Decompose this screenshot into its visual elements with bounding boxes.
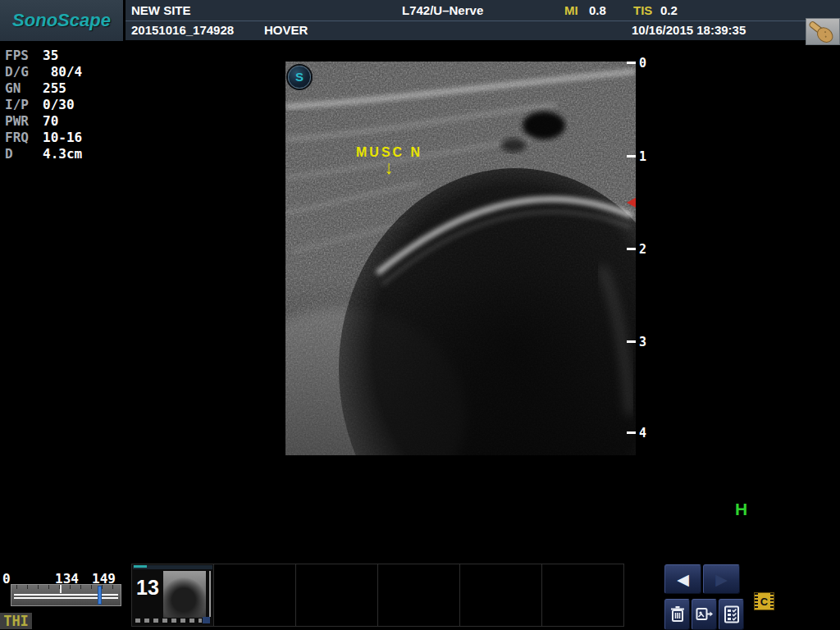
ruler-label-3: 3 <box>639 335 646 349</box>
transducer-name: L742/U–Nerve <box>402 3 483 17</box>
thumbnail-strip: 13 <box>131 564 624 627</box>
mi-value: 0.8 <box>589 3 606 17</box>
ruler-label-1: 1 <box>639 149 646 164</box>
mi-label: MI <box>564 3 578 17</box>
site-name: NEW SITE <box>131 3 191 17</box>
header-row-2: 20151016_174928 HOVER 10/16/2015 18:39:3… <box>126 21 840 40</box>
film-sprocket-icon <box>770 593 774 609</box>
grayscale-curve-bar[interactable] <box>11 584 121 606</box>
param-frq: FRQ 10-16 <box>5 130 82 146</box>
tis-value: 0.2 <box>660 3 678 17</box>
param-pwr: PWR 70 <box>5 113 82 130</box>
cine-clip-indicator: C <box>754 592 774 610</box>
cine-letter: C <box>758 593 770 609</box>
orientation-marker: H <box>735 500 747 519</box>
param-dg: D/G 80/4 <box>5 64 82 80</box>
thumbnail-item-active[interactable]: 13 <box>132 564 214 626</box>
ruler-label-4: 4 <box>639 426 646 441</box>
thumb-frame-number: 13 <box>136 576 159 600</box>
probe-hand-icon <box>806 18 840 45</box>
thumb-mini-scrollbar <box>209 571 211 617</box>
previous-page-button[interactable]: ◀ <box>664 564 701 594</box>
grayscale-slider-handle[interactable] <box>98 586 102 605</box>
ruler-dash <box>627 248 636 250</box>
next-page-button[interactable]: ▶ <box>703 564 740 594</box>
checklist-icon <box>723 605 741 624</box>
trash-icon <box>669 605 687 624</box>
param-gn: GN 255 <box>5 80 82 97</box>
thumb-mini-button <box>203 617 210 623</box>
thumbnail-slot-empty[interactable] <box>296 564 378 626</box>
brand-logo: SonoScape <box>12 10 111 31</box>
thumb-mini-toolbar <box>135 619 202 623</box>
left-arrow-icon: ◀ <box>677 572 689 587</box>
brand-badge-icon: S <box>288 66 311 89</box>
ultrasound-b-mode-image[interactable]: S MUSC N ↓ <box>285 62 636 455</box>
grayscale-curve-line <box>14 597 118 599</box>
thumbnail-slot-empty[interactable] <box>214 564 296 626</box>
grayscale-curve-line <box>14 594 118 596</box>
delete-image-button[interactable] <box>664 599 690 630</box>
brand-panel: SonoScape <box>0 0 123 41</box>
param-fps: FPS 35 <box>5 48 82 64</box>
header-bar: NEW SITE L742/U–Nerve MI 0.8 TIS 0.2 201… <box>126 0 840 40</box>
thumbnail-slot-empty[interactable] <box>460 564 542 626</box>
thumb-mini-image <box>163 571 206 618</box>
review-checklist-button[interactable] <box>719 599 744 630</box>
header-row-1: NEW SITE L742/U–Nerve MI 0.8 TIS 0.2 <box>126 0 840 21</box>
focus-position-marker[interactable] <box>627 198 636 208</box>
export-icon <box>695 605 714 624</box>
right-arrow-icon: ▶ <box>715 572 728 587</box>
imaging-parameters: FPS 35 D/G 80/4 GN 255 I/P 0/30 PWR 70 F… <box>5 48 82 162</box>
param-ip: I/P 0/30 <box>5 97 82 113</box>
ruler-dash <box>627 62 636 64</box>
grayscale-label-min: 0 <box>2 571 11 587</box>
thumb-mini-logo <box>134 565 147 568</box>
thumbnail-slot-empty[interactable] <box>542 564 623 626</box>
param-depth: D 4.3cm <box>5 146 82 162</box>
ultrasound-scene <box>285 62 636 455</box>
preset-name: HOVER <box>264 23 308 37</box>
annotation-arrow-icon: ↓ <box>385 157 394 178</box>
ruler-dash <box>627 340 636 343</box>
exam-id: 20151016_174928 <box>131 23 234 37</box>
grayscale-long-tick <box>60 585 62 593</box>
tis-label: TIS <box>633 3 652 17</box>
thi-status-badge: THI <box>0 613 32 629</box>
ruler-label-0: 0 <box>639 56 646 71</box>
export-image-button[interactable] <box>692 599 717 630</box>
ruler-dash <box>627 431 636 434</box>
datetime: 10/16/2015 18:39:35 <box>632 23 746 37</box>
ruler-dash <box>627 155 636 158</box>
ruler-label-2: 2 <box>639 242 646 257</box>
ultrasound-screen: SonoScape NEW SITE L742/U–Nerve MI 0.8 T… <box>0 0 840 630</box>
thumbnail-slot-empty[interactable] <box>378 564 460 626</box>
